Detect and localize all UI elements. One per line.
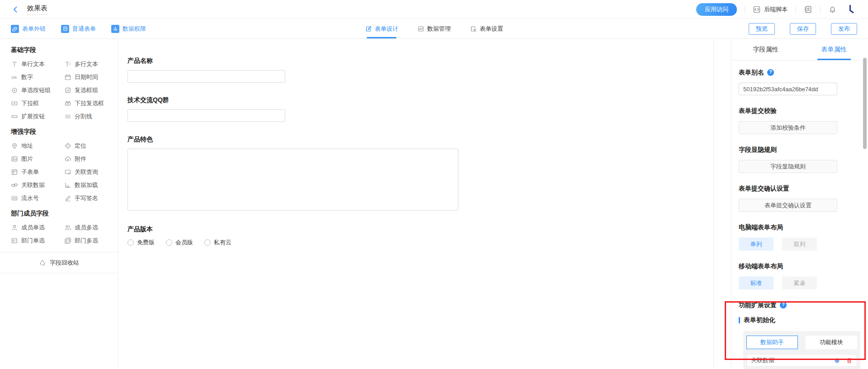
radio-group: 免费版 会员版 私有云 (127, 238, 713, 247)
canvas-field-product-features[interactable]: 产品特色 (127, 135, 713, 212)
tab-data-assistant[interactable]: 数据助手 (746, 336, 798, 349)
trash-icon[interactable] (846, 357, 853, 364)
panel-scrollbar[interactable] (863, 58, 867, 149)
radio-option-free[interactable]: 免费版 (127, 238, 155, 247)
field-item-dropdown[interactable]: 下拉框 (11, 100, 64, 107)
contacts-icon[interactable] (803, 5, 812, 14)
field-item-datetime[interactable]: 日期时间 (64, 74, 118, 81)
document-icon (61, 25, 69, 33)
publish-button[interactable]: 发布 (831, 23, 857, 35)
linked-data-row[interactable]: 关联数据 (746, 354, 857, 367)
tab-data-permission[interactable]: 数据权限 (111, 25, 146, 33)
field-item-number[interactable]: 数字 (11, 74, 64, 81)
field-item-extend-button[interactable]: 扩展按钮 (11, 113, 64, 120)
field-item-divider-line[interactable]: 分割线 (64, 113, 118, 120)
tab-form-design[interactable]: 表单设计 (365, 19, 398, 38)
form-canvas: 产品名称 技术交流QQ群 产品特色 产品版本 免费版 会员版 私有云 (118, 39, 714, 369)
form-settings-icon (470, 25, 477, 33)
field-item-department-single[interactable]: 部门单选 (11, 237, 64, 244)
add-check-condition-button[interactable]: 添加校验条件 (739, 121, 837, 134)
field-item-radio-group[interactable]: 单选按钮组 (11, 87, 64, 94)
back-button[interactable] (11, 5, 20, 14)
paperclip-icon (11, 25, 19, 33)
separator (795, 6, 796, 13)
pc-layout-single-column[interactable]: 单列 (739, 238, 774, 251)
bell-icon[interactable] (828, 5, 837, 14)
field-label: 下拉复选框 (75, 100, 104, 107)
radio-option-member[interactable]: 会员版 (166, 238, 193, 247)
canvas-field-product-name[interactable]: 产品名称 (127, 57, 713, 83)
field-label: 附件 (75, 155, 86, 163)
departments-icon (64, 237, 71, 244)
product-features-textarea[interactable] (127, 149, 458, 210)
field-label: 图片 (21, 155, 33, 163)
separator (820, 6, 821, 13)
field-label: 复选框组 (75, 87, 98, 94)
field-item-department-multi[interactable]: 部门多选 (64, 237, 118, 244)
field-label: 产品版本 (127, 225, 713, 233)
field-label: 数字 (21, 74, 33, 81)
form-alias-input[interactable] (739, 83, 837, 95)
backend-script-button[interactable]: 后端脚本 (753, 5, 788, 14)
tab-field-properties[interactable]: 字段属性 (731, 39, 800, 60)
linked-query-icon (64, 168, 71, 176)
field-label: 单行文本 (21, 61, 45, 68)
field-item-member-single[interactable]: 成员单选 (11, 224, 64, 231)
help-icon[interactable]: ? (780, 302, 787, 308)
mobile-layout-standard[interactable]: 标准 (739, 276, 774, 290)
field-visibility-button[interactable]: 字段显隐规则 (739, 160, 837, 173)
data-load-icon (64, 182, 71, 189)
form-init-box: 数据助手 功能模块 关联数据 (743, 331, 860, 369)
radio-option-private-cloud[interactable]: 私有云 (204, 238, 231, 247)
tab-data-manage[interactable]: 数据管理 (417, 19, 451, 38)
qq-group-input[interactable] (127, 109, 285, 122)
preview-button[interactable]: 预览 (749, 23, 775, 35)
field-item-single-line-text[interactable]: 单行文本 (11, 61, 64, 68)
field-item-attachment[interactable]: 附件 (64, 155, 118, 163)
gear-icon[interactable] (834, 357, 840, 364)
help-icon[interactable]: ? (767, 69, 774, 76)
submit-check-label: 表单提交校验 (739, 107, 861, 114)
field-item-checkbox-group[interactable]: 复选框组 (64, 87, 118, 94)
field-item-geolocation[interactable]: 定位 (64, 142, 118, 149)
tab-form-properties[interactable]: 表单属性 (800, 39, 868, 60)
field-item-address[interactable]: 地址 (11, 142, 64, 149)
field-item-linked-query[interactable]: 关联查询 (64, 168, 118, 176)
multi-line-text-icon (64, 61, 71, 68)
field-item-multi-dropdown[interactable]: 下拉复选框 (64, 100, 118, 107)
save-button[interactable]: 保存 (790, 23, 816, 35)
app-access-button[interactable]: 应用访问 (696, 3, 737, 16)
tab-normal-form[interactable]: 普通表单 (61, 25, 96, 33)
canvas-gutter (714, 39, 731, 369)
product-name-input[interactable] (127, 70, 285, 83)
person-icon (11, 224, 18, 231)
field-label: 部门单选 (21, 237, 45, 244)
submit-confirm-button[interactable]: 表单提交确认设置 (739, 199, 837, 212)
field-label: 产品名称 (127, 57, 713, 64)
field-recycle-bin-button[interactable]: 字段回收站 (0, 252, 118, 273)
target-icon (64, 142, 71, 149)
canvas-field-qq-group[interactable]: 技术交流QQ群 (127, 96, 713, 122)
field-item-linked-data[interactable]: 关联数据 (11, 182, 64, 189)
section-title-member-fields: 部门成员字段 (0, 210, 118, 218)
form-init-tabs: 数据助手 功能模块 (746, 336, 857, 349)
divider-line-icon (64, 113, 71, 120)
field-item-subform[interactable]: 子表单 (11, 168, 64, 176)
field-item-serial-number[interactable]: 流水号 (11, 195, 64, 202)
label-text: 表单别名 (739, 69, 764, 76)
field-item-image[interactable]: 图片 (11, 155, 64, 163)
field-item-multi-line-text[interactable]: 多行文本 (64, 61, 118, 68)
form-init-title: 表单初始化 (739, 316, 861, 324)
field-item-handwritten-signature[interactable]: 手写签名 (64, 195, 118, 202)
field-item-data-load[interactable]: 数据加载 (64, 182, 118, 189)
pc-layout-double-column[interactable]: 双列 (782, 238, 817, 251)
tab-form-external-link[interactable]: 表单外链 (11, 25, 46, 33)
top-header: 效果表 应用访问 后端脚本 (0, 0, 868, 19)
canvas-field-product-version[interactable]: 产品版本 免费版 会员版 私有云 (127, 225, 713, 247)
page-title[interactable]: 效果表 (27, 4, 47, 15)
field-item-member-multi[interactable]: 成员多选 (64, 224, 118, 231)
mobile-layout-compact[interactable]: 紧凑 (782, 276, 817, 290)
properties-panel: 字段属性 表单属性 表单别名 ? 表单提交校验 添加校验条件 字段显隐规则 字段… (731, 39, 868, 369)
tab-form-settings[interactable]: 表单设置 (470, 19, 503, 38)
tab-function-module[interactable]: 功能模块 (806, 336, 857, 349)
